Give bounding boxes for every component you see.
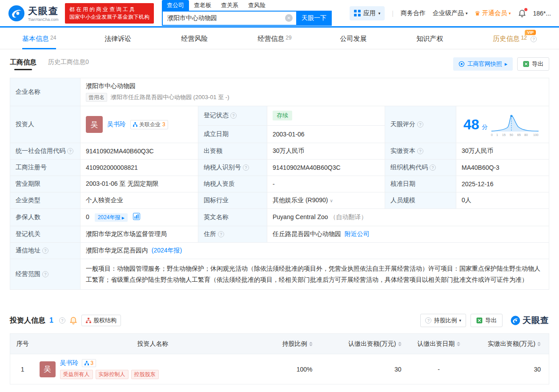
- label-approval-date: 核准日期: [385, 176, 456, 192]
- help-icon[interactable]: ?: [243, 164, 249, 171]
- help-icon[interactable]: ?: [417, 148, 423, 154]
- search-row: ✕ 天眼一下: [162, 11, 332, 26]
- monitor-bell-icon[interactable]: [69, 316, 77, 324]
- apps-menu-button[interactable]: 应用 ▾: [350, 6, 385, 20]
- subtab-history-business-info[interactable]: 历史工商信息0: [48, 58, 89, 70]
- related-companies-tag[interactable]: 关联企业3: [130, 120, 168, 129]
- compare-chart-icon[interactable]: [133, 213, 140, 220]
- cell-ratio: 100%: [271, 354, 321, 384]
- cell-subscribed-amount: 30: [321, 354, 410, 384]
- help-icon[interactable]: ?: [67, 148, 73, 154]
- beneficial-owner-tag[interactable]: 受益所有人: [60, 370, 93, 379]
- label-capital: 出资额: [198, 143, 267, 160]
- value-industry[interactable]: 其他娱乐业 (R9090)∨: [267, 192, 385, 209]
- tab-intellectual-property[interactable]: 知识产权: [416, 35, 444, 49]
- value-reg-authority: 濮阳市华龙区市场监督管理局: [80, 226, 198, 243]
- tab-basic-info[interactable]: 基本信息24: [22, 35, 56, 49]
- label-taxpayer-quality: 纳税人资质: [198, 176, 267, 192]
- mailing-annual-report-link[interactable]: (2024年报): [152, 247, 182, 254]
- export-button[interactable]: 导出: [517, 57, 549, 71]
- tab-operation-risk[interactable]: 经营风险: [181, 35, 209, 49]
- chevron-down-icon: ▾: [459, 318, 461, 323]
- biz-cooperation-link[interactable]: 商务合作: [401, 9, 426, 17]
- shareholding-ratio-filter[interactable]: ? 持股比例 ▾: [420, 314, 466, 327]
- help-icon[interactable]: ?: [531, 36, 537, 42]
- help-icon[interactable]: ?: [230, 112, 237, 119]
- sort-icon[interactable]: [309, 342, 313, 346]
- nearby-companies-link[interactable]: 附近公司: [345, 230, 370, 237]
- equity-structure-button[interactable]: 股权结构: [81, 315, 121, 326]
- official-snapshot-button[interactable]: 工商官网快照 ▶: [453, 57, 513, 71]
- tianyancha-logo[interactable]: 天眼查 TianYanCha.com: [8, 5, 59, 22]
- value-credit-code: 91410902MA40B60Q3C: [80, 143, 198, 160]
- label-address: 住所?: [198, 226, 267, 243]
- label-reg-authority: 登记机关: [10, 226, 80, 243]
- search-tab-relation[interactable]: 查关系: [216, 0, 243, 11]
- help-icon[interactable]: ?: [42, 271, 48, 277]
- annual-report-tag[interactable]: 2024年报 ▶: [95, 213, 128, 222]
- related-companies-tag[interactable]: 3: [82, 359, 97, 367]
- score-distribution-chart: 0 1 15 50 65 80 100: [491, 111, 540, 138]
- investor-name-link[interactable]: 吴书玲: [107, 120, 126, 128]
- investor-name-link[interactable]: 吴书玲: [60, 359, 79, 367]
- search-tab-risk[interactable]: 查风险: [243, 0, 270, 11]
- actual-controller-tag[interactable]: 实际控制人: [96, 370, 129, 379]
- chevron-down-icon: ▾: [466, 11, 468, 16]
- sort-icon[interactable]: [457, 342, 460, 346]
- investors-count: 1: [49, 316, 53, 324]
- col-subscribed-amount[interactable]: 认缴出资额(万元): [321, 334, 410, 354]
- search-input[interactable]: [162, 11, 296, 26]
- investor-avatar[interactable]: 吴: [86, 116, 103, 133]
- company-name: 濮阳市中心动物园: [86, 82, 543, 90]
- help-icon[interactable]: ?: [430, 164, 436, 171]
- investor-avatar[interactable]: 吴: [40, 361, 56, 377]
- org-icon: [84, 361, 89, 365]
- help-icon[interactable]: ?: [417, 121, 423, 128]
- search-tab-company[interactable]: 查公司: [162, 0, 189, 11]
- label-company-name: 企业名称: [10, 78, 80, 106]
- tab-legal[interactable]: 法律诉讼: [105, 35, 133, 49]
- business-info-table: 企业名称 濮阳市中心动物园 曾用名 濮阳市任丘路昆吾园中心动物园 (2003-0…: [10, 78, 549, 290]
- tab-operation-info[interactable]: 经营信息29: [257, 35, 291, 49]
- svg-text:65: 65: [517, 133, 521, 136]
- brand-name: 天眼查: [523, 315, 549, 326]
- help-icon[interactable]: ?: [42, 248, 48, 254]
- col-index: 序号: [10, 334, 35, 354]
- controlling-shareholder-tag[interactable]: 控股股东: [131, 370, 159, 379]
- tab-history-info[interactable]: VIP 历史信息12 ?: [493, 35, 537, 49]
- vip-upgrade-link[interactable]: ♛ 开通会员 ▾: [475, 9, 511, 17]
- label-org-code: 组织机构代码?: [385, 160, 456, 176]
- enterprise-products-link[interactable]: 企业级产品 ▾: [433, 9, 468, 17]
- subtab-row: 工商信息 历史工商信息0 工商官网快照 ▶ 导出: [0, 49, 559, 76]
- tab-company-development[interactable]: 公司发展: [340, 35, 368, 49]
- value-capital: 30万人民币: [267, 143, 385, 160]
- apps-label: 应用: [363, 9, 376, 17]
- value-mailing-address: 濮阳市华龙区昆吾园内 (2024年报): [80, 243, 549, 259]
- export-investors-button[interactable]: 导出: [471, 314, 503, 327]
- logo-text: 天眼查 TianYanCha.com: [28, 5, 59, 22]
- value-reg-status: 存续: [267, 106, 385, 126]
- col-subscribed-date[interactable]: 认缴出资日期: [410, 334, 468, 354]
- label-credit-code: 统一社会信用代码?: [10, 143, 80, 160]
- search-box: ✕: [162, 11, 296, 26]
- value-company-type: 个人独资企业: [80, 192, 198, 209]
- search-tab-boss[interactable]: 查老板: [189, 0, 216, 11]
- col-paid-amount[interactable]: 实缴出资额(万元): [468, 334, 549, 354]
- sort-icon[interactable]: [398, 342, 402, 346]
- help-icon[interactable]: ?: [218, 231, 224, 237]
- divider: |: [392, 10, 394, 17]
- clear-search-icon[interactable]: ✕: [285, 14, 293, 22]
- notification-bell-icon[interactable]: [518, 9, 526, 17]
- value-org-code: MA40B60Q-3: [456, 160, 549, 176]
- user-account[interactable]: 186*...: [533, 10, 551, 17]
- arrow-right-icon: ▶: [122, 216, 125, 220]
- auto-translate-note: （自动翻译）: [330, 213, 367, 220]
- label-investor: 投资人: [10, 106, 80, 143]
- help-icon[interactable]: ?: [59, 317, 65, 324]
- value-tyc-score[interactable]: 48 分 0 1 15 50 65 80 100: [456, 106, 549, 143]
- search-button[interactable]: 天眼一下: [296, 11, 332, 26]
- col-ratio[interactable]: 持股比例: [271, 334, 321, 354]
- promo-line-2: 国家中小企业发展子基金旗下机构: [69, 13, 149, 21]
- subtab-business-info[interactable]: 工商信息: [10, 58, 36, 70]
- sort-icon[interactable]: [537, 342, 541, 346]
